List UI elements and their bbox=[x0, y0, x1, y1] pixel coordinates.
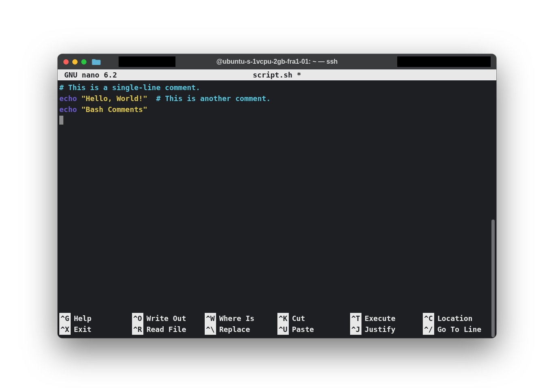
editor-token bbox=[77, 105, 81, 114]
shortcut-key: ^R bbox=[132, 324, 143, 335]
shortcut-key: ^X bbox=[59, 324, 71, 335]
folder-icon bbox=[92, 58, 101, 65]
editor-token: # This is a single-line comment. bbox=[59, 83, 200, 92]
nano-shortcut[interactable]: ^WWhere Is bbox=[205, 313, 277, 324]
window-close-button[interactable] bbox=[63, 59, 69, 65]
scrollbar-thumb[interactable] bbox=[491, 220, 495, 337]
redacted-region bbox=[397, 56, 491, 67]
nano-shortcut[interactable]: ^UPaste bbox=[277, 324, 349, 335]
nano-shortcut[interactable]: ^OWrite Out bbox=[132, 313, 204, 324]
nano-shortcut[interactable]: ^JJustify bbox=[350, 324, 422, 335]
nano-shortcut[interactable]: ^CLocation bbox=[423, 313, 495, 324]
redacted-region bbox=[119, 56, 175, 67]
nano-shortcut[interactable]: ^GHelp bbox=[59, 313, 131, 324]
shortcut-key: ^K bbox=[277, 313, 289, 324]
shortcut-label: Justify bbox=[365, 324, 396, 335]
editor-token: "Hello, World!" bbox=[81, 94, 147, 103]
window-maximize-button[interactable] bbox=[81, 59, 87, 65]
editor-token: echo bbox=[59, 105, 77, 114]
nano-header-bar: GNU nano 6.2 script.sh * bbox=[58, 69, 496, 80]
shortcut-label: Read File bbox=[147, 324, 186, 335]
nano-shortcut[interactable]: ^\Replace bbox=[205, 324, 277, 335]
nano-editor-area[interactable]: # This is a single-line comment.echo "He… bbox=[58, 80, 496, 313]
shortcut-label: Help bbox=[74, 313, 91, 324]
nano-shortcut[interactable]: ^KCut bbox=[277, 313, 349, 324]
shortcut-key: ^/ bbox=[423, 324, 434, 335]
shortcut-key: ^W bbox=[205, 313, 216, 324]
nano-shortcut-bar: ^GHelp^OWrite Out^WWhere Is^KCut^TExecut… bbox=[58, 313, 496, 338]
editor-token: "Bash Comments" bbox=[81, 105, 147, 114]
shortcut-key: ^G bbox=[59, 313, 71, 324]
editor-token bbox=[147, 94, 156, 103]
nano-app-label: GNU nano 6.2 bbox=[64, 69, 117, 80]
editor-line[interactable] bbox=[59, 115, 495, 126]
nano-shortcut[interactable]: ^RRead File bbox=[132, 324, 204, 335]
shortcut-label: Execute bbox=[365, 313, 396, 324]
shortcut-key: ^C bbox=[423, 313, 434, 324]
nano-shortcut[interactable]: ^XExit bbox=[59, 324, 131, 335]
nano-shortcut[interactable]: ^/Go To Line bbox=[423, 324, 495, 335]
shortcut-label: Location bbox=[437, 313, 473, 324]
shortcut-label: Exit bbox=[74, 324, 91, 335]
shortcut-label: Where Is bbox=[219, 313, 255, 324]
shortcut-key: ^\ bbox=[205, 324, 216, 335]
text-cursor bbox=[59, 116, 63, 125]
shortcut-key: ^U bbox=[277, 324, 289, 335]
shortcut-label: Replace bbox=[219, 324, 250, 335]
editor-token bbox=[77, 94, 81, 103]
shortcut-key: ^O bbox=[132, 313, 143, 324]
shortcut-key: ^J bbox=[350, 324, 361, 335]
nano-filename: script.sh * bbox=[58, 69, 496, 80]
shortcut-label: Cut bbox=[292, 313, 305, 324]
shortcut-label: Go To Line bbox=[437, 324, 481, 335]
editor-token: echo bbox=[59, 94, 77, 103]
shortcut-key: ^T bbox=[350, 313, 361, 324]
editor-line[interactable]: echo "Bash Comments" bbox=[59, 104, 495, 115]
shortcut-label: Write Out bbox=[147, 313, 186, 324]
nano-shortcut[interactable]: ^TExecute bbox=[350, 313, 422, 324]
editor-line[interactable]: # This is a single-line comment. bbox=[59, 82, 495, 93]
window-titlebar[interactable]: @ubuntu-s-1vcpu-2gb-fra1-01: ~ — ssh bbox=[58, 54, 496, 69]
window-minimize-button[interactable] bbox=[72, 59, 78, 65]
shortcut-label: Paste bbox=[292, 324, 314, 335]
terminal-body[interactable]: GNU nano 6.2 script.sh * # This is a sin… bbox=[58, 69, 496, 338]
editor-line[interactable]: echo "Hello, World!" # This is another c… bbox=[59, 93, 495, 104]
terminal-window: @ubuntu-s-1vcpu-2gb-fra1-01: ~ — ssh GNU… bbox=[58, 54, 496, 338]
editor-token: # This is another comment. bbox=[156, 94, 271, 103]
